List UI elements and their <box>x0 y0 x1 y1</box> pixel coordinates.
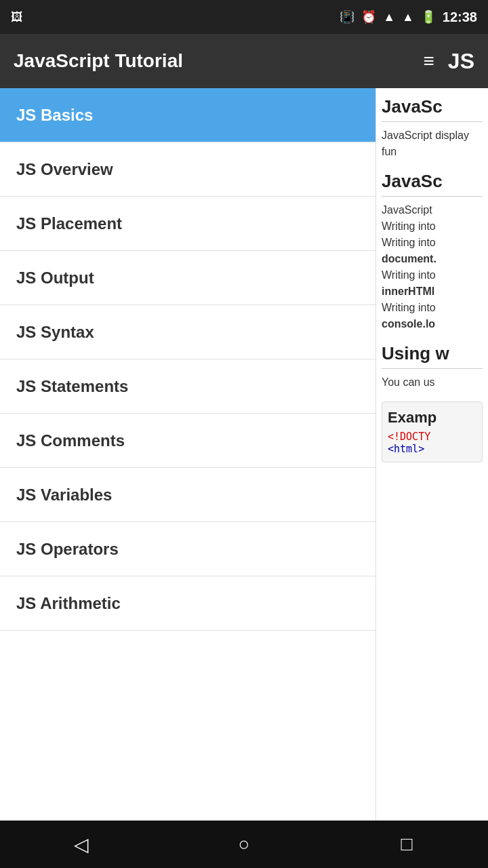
header-right: ≡ JS <box>424 49 474 74</box>
sidebar-item-js-operators[interactable]: JS Operators <box>0 522 375 576</box>
section2-bold1: document. <box>382 251 483 267</box>
sidebar-item-js-statements[interactable]: JS Statements <box>0 359 375 414</box>
sidebar-item-js-basics[interactable]: JS Basics <box>0 88 375 142</box>
code-box-title: Examp <box>388 409 476 427</box>
section2-text3: Writing into <box>382 235 483 251</box>
sidebar-item-label-js-overview: JS Overview <box>16 160 113 179</box>
sidebar-item-js-syntax[interactable]: JS Syntax <box>0 305 375 359</box>
content-section-3: Using w You can us <box>382 343 483 391</box>
signal-icon: ▲ <box>402 10 414 24</box>
vibrate-icon: 📳 <box>340 9 354 24</box>
js-badge: JS <box>448 49 474 74</box>
sidebar-item-label-js-arithmetic: JS Arithmetic <box>16 594 121 613</box>
section3-heading: Using w <box>382 343 483 369</box>
content-section-1: JavaSc JavaScript display fun <box>382 96 483 160</box>
sidebar-item-js-output[interactable]: JS Output <box>0 251 375 305</box>
photo-icon: 🖼 <box>11 10 23 24</box>
sidebar-item-label-js-basics: JS Basics <box>16 106 93 125</box>
wifi-icon: ▲ <box>383 10 395 24</box>
code-line-html: <html> <box>388 443 476 455</box>
app-header: JavaScript Tutorial ≡ JS <box>0 34 488 88</box>
sidebar-item-label-js-variables: JS Variables <box>16 486 112 505</box>
section2-text5: Writing into <box>382 300 483 316</box>
home-button[interactable]: ○ <box>224 824 264 865</box>
section2-bold3: console.lo <box>382 316 483 332</box>
main-layout: JS Basics JS Overview JS Placement JS Ou… <box>0 88 488 821</box>
sidebar-item-label-js-statements: JS Statements <box>16 377 128 396</box>
app-title: JavaScript Tutorial <box>14 50 183 72</box>
section2-text2: Writing into <box>382 218 483 235</box>
section2-bold2: innerHTMl <box>382 283 483 300</box>
sidebar-item-label-js-output: JS Output <box>16 269 94 288</box>
sidebar-item-js-overview[interactable]: JS Overview <box>0 142 375 197</box>
sidebar-item-label-js-syntax: JS Syntax <box>16 323 94 342</box>
bottom-nav: ◁ ○ □ <box>0 821 488 868</box>
status-time: 12:38 <box>443 9 477 25</box>
battery-icon: 🔋 <box>421 9 436 24</box>
recent-button[interactable]: □ <box>386 824 427 865</box>
sidebar-item-js-variables[interactable]: JS Variables <box>0 468 375 522</box>
section2-text4: Writing into <box>382 267 483 283</box>
hamburger-icon[interactable]: ≡ <box>424 50 434 72</box>
alarm-icon: ⏰ <box>361 9 376 24</box>
sidebar-item-label-js-comments: JS Comments <box>16 431 125 450</box>
sidebar-item-label-js-placement: JS Placement <box>16 214 122 233</box>
sidebar-item-js-placement[interactable]: JS Placement <box>0 197 375 251</box>
section2-text1: JavaScript <box>382 202 483 218</box>
sidebar-item-label-js-operators: JS Operators <box>16 540 119 559</box>
code-line-doctype: <!DOCTY <box>388 431 476 443</box>
code-box: Examp <!DOCTY <html> <box>382 401 483 462</box>
back-button[interactable]: ◁ <box>61 824 102 865</box>
status-bar: 🖼 📳 ⏰ ▲ ▲ 🔋 12:38 <box>0 0 488 34</box>
sidebar-item-js-comments[interactable]: JS Comments <box>0 414 375 468</box>
status-bar-left: 🖼 <box>11 10 23 24</box>
section3-text: You can us <box>382 374 483 391</box>
content-section-2: JavaSc JavaScript Writing into Writing i… <box>382 171 483 332</box>
sidebar: JS Basics JS Overview JS Placement JS Ou… <box>0 88 376 821</box>
sidebar-item-js-arithmetic[interactable]: JS Arithmetic <box>0 576 375 631</box>
section2-heading: JavaSc <box>382 171 483 197</box>
status-bar-right: 📳 ⏰ ▲ ▲ 🔋 12:38 <box>340 9 477 25</box>
content-panel: JavaSc JavaScript display fun JavaSc Jav… <box>376 88 488 821</box>
section1-heading: JavaSc <box>382 96 483 122</box>
section1-text: JavaScript display fun <box>382 127 483 160</box>
